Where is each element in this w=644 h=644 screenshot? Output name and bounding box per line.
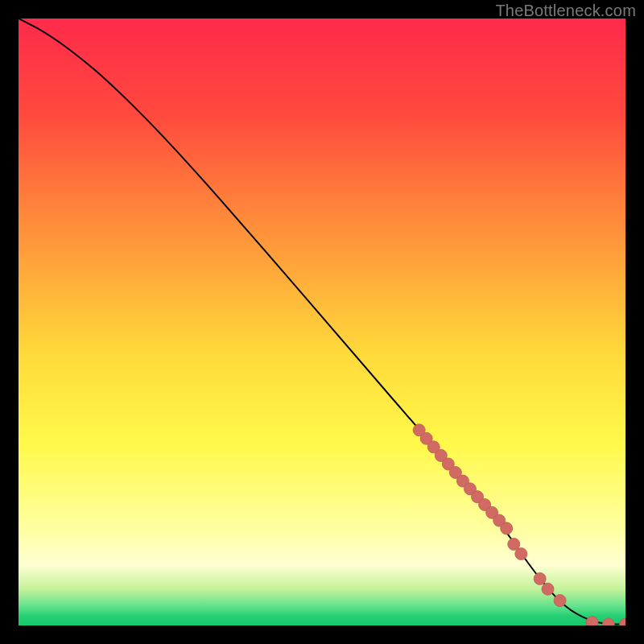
data-point — [554, 595, 566, 607]
data-point — [501, 522, 513, 535]
chart-svg — [19, 19, 625, 625]
plot-area — [19, 19, 625, 625]
data-point — [534, 572, 546, 584]
data-point — [515, 547, 527, 559]
attribution-text: TheBottleneck.com — [495, 2, 636, 20]
chart-stage: TheBottleneck.com — [0, 0, 644, 644]
gradient-background — [19, 19, 625, 625]
data-point — [586, 617, 598, 625]
data-point — [542, 583, 554, 595]
